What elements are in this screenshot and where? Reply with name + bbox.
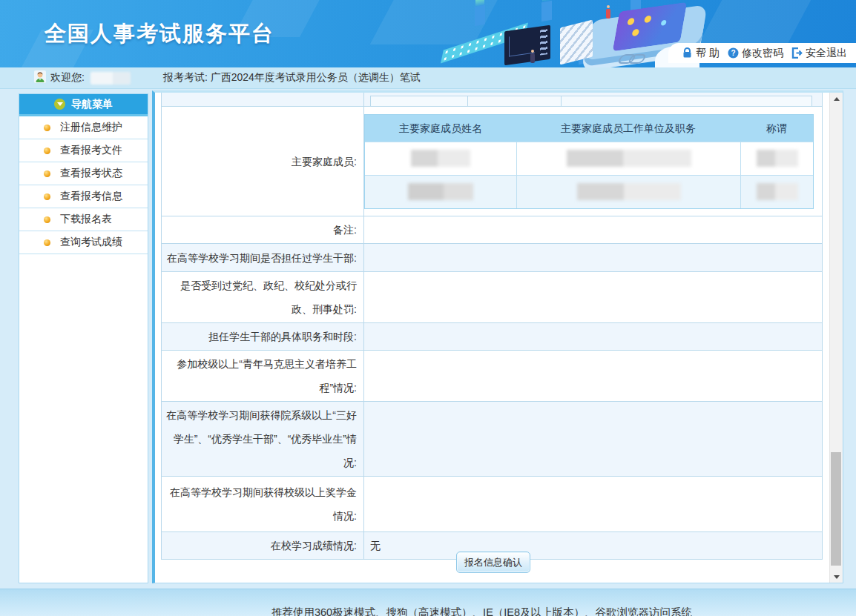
column-header-work-unit: 主要家庭成员工作单位及职务 — [516, 115, 740, 142]
inner-table-fragment — [370, 96, 812, 106]
page-footer: 推荐使用360极速模式、搜狗（高速模式）、IE（IE8及以上版本）、谷歌浏览器访… — [0, 589, 856, 616]
svg-text:?: ? — [731, 49, 735, 57]
row-value — [364, 402, 822, 476]
redacted-work-unit — [577, 183, 681, 200]
header-illustration — [434, 0, 690, 67]
confirm-registration-button[interactable]: 报名信息确认 — [456, 552, 530, 573]
table-row-marxism-program: 参加校级以上“青年马克思主义者培养工程”情况: — [162, 350, 822, 401]
family-members-table: 主要家庭成员姓名 主要家庭成员工作单位及职务 称谓 — [364, 114, 814, 209]
bullet-icon — [44, 239, 50, 246]
sidebar-item-view-exam-info[interactable]: 查看报考信息 — [19, 185, 148, 208]
table-row-family-members: 主要家庭成员: 主要家庭成员姓名 主要家庭成员工作单位及职务 称谓 — [162, 106, 822, 216]
illustration-monitor — [504, 25, 550, 66]
table-row-partial — [162, 93, 822, 106]
redacted-name — [408, 183, 473, 200]
arrow-up-icon — [834, 97, 840, 101]
redacted-relation — [757, 150, 798, 167]
table-row-remarks: 备注: — [162, 216, 822, 243]
row-label: 在高等学校学习期间获得校级以上奖学金情况: — [162, 477, 364, 531]
sidebar-item-register-info[interactable]: 注册信息维护 — [19, 116, 148, 139]
main-content-panel: 主要家庭成员: 主要家庭成员姓名 主要家庭成员工作单位及职务 称谓 — [152, 90, 843, 583]
bullet-icon — [44, 125, 50, 131]
table-row-punishment: 是否受到过党纪、政纪、校纪处分或行政、刑事处罚: — [162, 271, 822, 322]
user-avatar-icon — [34, 70, 46, 85]
row-label: 是否受到过党纪、政纪、校纪处分或行政、刑事处罚: — [162, 272, 364, 322]
exit-icon — [791, 47, 803, 59]
header-deco-band — [698, 0, 814, 44]
bullet-icon — [44, 216, 50, 223]
redacted-relation — [757, 183, 798, 200]
family-table-row — [365, 142, 813, 175]
row-label: 在高等学校学习期间获得院系级以上“三好学生”、“优秀学生干部”、“优秀毕业生”情… — [162, 402, 364, 476]
bullet-icon — [44, 193, 50, 200]
scrollbar-thumb[interactable] — [831, 452, 841, 566]
site-title: 全国人事考试服务平台 — [45, 19, 274, 49]
row-value: 主要家庭成员姓名 主要家庭成员工作单位及职务 称谓 — [364, 107, 822, 216]
exam-info-label: 报考考试: 广西2024年度考试录用公务员（选调生）笔试 — [163, 71, 421, 85]
row-value — [364, 323, 822, 350]
row-value — [364, 272, 822, 322]
row-value — [364, 93, 822, 106]
illustration-person — [530, 53, 535, 63]
table-row-honors: 在高等学校学习期间获得院系级以上“三好学生”、“优秀学生干部”、“优秀毕业生”情… — [162, 401, 822, 476]
row-label: 主要家庭成员: — [162, 107, 364, 216]
row-value — [364, 477, 822, 531]
family-table-header: 主要家庭成员姓名 主要家庭成员工作单位及职务 称谓 — [365, 115, 813, 142]
scroll-up-button[interactable] — [830, 93, 843, 105]
row-label — [162, 93, 364, 106]
table-row-student-cadre: 在高等学校学习期间是否担任过学生干部: — [162, 243, 822, 271]
table-row-scholarship: 在高等学校学习期间获得校级以上奖学金情况: — [162, 476, 822, 531]
question-icon: ? — [728, 47, 739, 59]
illustration-pillar — [541, 1, 552, 21]
column-header-relation: 称谓 — [740, 115, 813, 142]
row-label: 在校学习成绩情况: — [162, 532, 364, 559]
family-table-row — [365, 175, 813, 208]
row-value — [364, 244, 822, 271]
lock-icon — [682, 47, 693, 59]
header-actions-bar: 帮 助 ? 修改密码 安全退出 — [668, 43, 856, 63]
column-header-name: 主要家庭成员姓名 — [365, 115, 516, 142]
sidebar-item-download-form[interactable]: 下载报名表 — [19, 208, 148, 231]
nav-menu-header[interactable]: 导航菜单 — [19, 94, 148, 116]
collapse-icon — [54, 99, 65, 110]
sidebar-item-query-scores[interactable]: 查询考试成绩 — [19, 231, 148, 254]
app-window: 全国人事考试服务平台 帮 助 — [0, 0, 856, 616]
vertical-scrollbar[interactable] — [829, 93, 843, 583]
illustration-person — [606, 9, 610, 19]
application-info-table: 主要家庭成员: 主要家庭成员姓名 主要家庭成员工作单位及职务 称谓 — [161, 93, 823, 560]
sidebar-item-view-exam-files[interactable]: 查看报考文件 — [19, 139, 148, 162]
change-password-button[interactable]: ? 修改密码 — [728, 47, 783, 60]
row-value: 无 — [364, 532, 822, 559]
bullet-icon — [44, 170, 50, 177]
scroll-down-button[interactable] — [830, 571, 843, 583]
browser-recommendation-text: 推荐使用360极速模式、搜狗（高速模式）、IE（IE8及以上版本）、谷歌浏览器访… — [0, 606, 856, 616]
top-header: 全国人事考试服务平台 帮 助 — [0, 0, 856, 67]
redacted-work-unit — [567, 150, 691, 167]
logout-button[interactable]: 安全退出 — [791, 47, 847, 60]
table-row-cadre-duty-period: 担任学生干部的具体职务和时段: — [162, 322, 822, 350]
welcome-bar: 欢迎您: 报考考试: 广西2024年度考试录用公务员（选调生）笔试 — [0, 67, 856, 89]
arrow-down-icon — [834, 575, 840, 579]
help-button[interactable]: 帮 助 — [682, 47, 720, 60]
bullet-icon — [44, 148, 50, 154]
user-name-redacted — [90, 72, 131, 85]
row-value — [364, 351, 822, 401]
row-label: 担任学生干部的具体职务和时段: — [162, 323, 364, 350]
navigation-sidebar: 导航菜单 注册信息维护 查看报考文件 查看报考状态 查看报考信息 下载报名表 查… — [19, 93, 148, 583]
row-label: 参加校级以上“青年马克思主义者培养工程”情况: — [162, 351, 364, 401]
row-label: 备注: — [162, 216, 364, 243]
illustration-pillar — [475, 5, 485, 26]
row-label: 在高等学校学习期间是否担任过学生干部: — [162, 244, 364, 271]
sidebar-item-view-exam-status[interactable]: 查看报考状态 — [19, 162, 148, 185]
redacted-name — [411, 150, 470, 167]
welcome-label: 欢迎您: — [50, 71, 85, 85]
row-value — [364, 216, 822, 243]
